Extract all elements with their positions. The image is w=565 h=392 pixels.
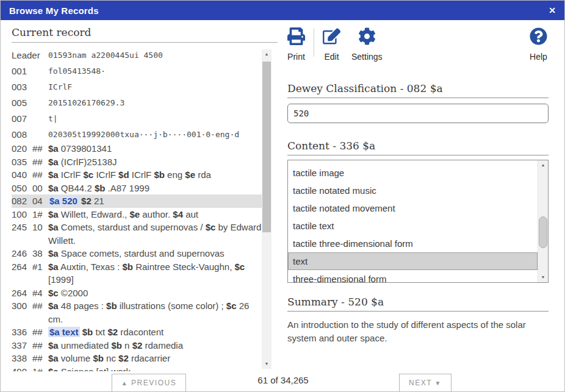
marc-control-row[interactable]: 007t| <box>12 110 262 126</box>
marc-subfield: $b txt <box>82 327 106 337</box>
current-record-heading: Current record <box>12 26 278 43</box>
down-arrow-icon: ▼ <box>435 380 442 387</box>
settings-button[interactable]: Settings <box>351 27 383 62</box>
marc-value: ICrlF <box>48 82 262 91</box>
marc-subfield-highlighted: $a 520 <box>48 196 79 206</box>
list-item[interactable]: tactile notated music <box>288 182 538 199</box>
close-icon[interactable]: ✕ <box>549 5 556 15</box>
marc-control-row[interactable]: Leader01593nam a2200445ui 4500 <box>12 47 262 63</box>
marc-scrollbar[interactable]: ▲ ▼ <box>262 49 272 369</box>
print-button[interactable]: Print <box>287 27 305 62</box>
subfield-code: $b <box>154 169 165 180</box>
marc-data-row[interactable]: 24510$a Comets, stardust and supernovas … <box>12 221 262 247</box>
marc-control-row[interactable]: 001fol05413548· <box>12 63 262 79</box>
list-item[interactable]: tactile three-dimensional form <box>288 235 538 252</box>
marc-data-row[interactable]: 08204$a 520 $2 21 <box>12 194 262 208</box>
marc-control-row[interactable]: 003ICrlF <box>12 79 262 94</box>
list-item-selected[interactable]: text <box>288 252 538 270</box>
marc-tag: 035 <box>12 155 32 169</box>
listbox-scrollbar-thumb[interactable] <box>539 216 547 248</box>
list-item[interactable]: tactile image <box>288 164 538 182</box>
marc-subfield: $b .A87 1999 <box>95 183 149 193</box>
listbox-scroll-down-icon[interactable]: ▼ <box>538 273 548 282</box>
help-button[interactable]: Help <box>530 27 547 62</box>
marc-subfields: $a 0739801341 <box>48 142 262 155</box>
marc-control-row[interactable]: 008020305t19992000txua···j·b····001·0·en… <box>12 126 262 142</box>
marc-indicators: 38 <box>32 247 48 260</box>
marc-tag: 264 <box>12 287 32 300</box>
previous-label: PREVIOUS <box>131 379 176 387</box>
marc-value: fol05413548· <box>48 66 262 76</box>
list-item[interactable]: still image <box>288 160 538 164</box>
marc-data-row[interactable]: 4901#$a Science [at] work <box>12 365 262 372</box>
marc-tag: 338 <box>12 352 32 365</box>
next-button[interactable]: NEXT ▼ <box>399 374 452 392</box>
content-listbox[interactable]: still imagetactile imagetactile notated … <box>287 160 549 283</box>
subfield-code: $a <box>48 209 59 219</box>
marc-data-row[interactable]: 264#4$c ©2000 <box>12 287 262 300</box>
marc-indicators: 04 <box>32 194 48 208</box>
list-item[interactable]: three-dimensional form <box>288 270 538 283</box>
marc-data-row[interactable]: 24638$a Space comets, stardust and super… <box>12 247 262 260</box>
marc-data-row[interactable]: 336##$a text $b txt $2 rdacontent <box>12 326 262 339</box>
record-count: 61 of 34,265 <box>257 375 308 385</box>
marc-subfields: $a unmediated $b n $2 rdamedia <box>48 339 262 352</box>
marc-subfields: $a Space comets, stardust and supernovas <box>48 247 262 260</box>
dewey-input[interactable] <box>287 104 549 123</box>
marc-subfield: $d ICrlF <box>118 169 151 180</box>
scroll-up-icon[interactable]: ▲ <box>262 49 272 59</box>
marc-subfield: $a 48 pages : <box>48 301 104 311</box>
marc-data-row[interactable]: 040##$a ICrlF $c ICrlF $d ICrlF $b eng $… <box>12 168 262 182</box>
data-fields: 020##$a 0739801341035##$a (ICrlF)25138J0… <box>12 142 262 371</box>
dewey-section: Dewey Classification - 082 $a <box>287 82 549 123</box>
marc-tag: 100 <box>12 208 32 221</box>
marc-subfield: $4 aut <box>173 209 198 219</box>
help-label: Help <box>530 52 547 62</box>
edit-button[interactable]: Edit <box>323 27 340 62</box>
subfield-code: $b <box>95 183 106 193</box>
marc-tag: 246 <box>12 247 32 260</box>
marc-tag: 337 <box>12 339 32 352</box>
marc-data-row[interactable]: 338##$a volume $b nc $2 rdacarrier <box>12 352 262 365</box>
marc-subfield: $a 0739801341 <box>48 143 112 154</box>
marc-scrollbar-thumb[interactable] <box>262 62 271 232</box>
marc-tag: 050 <box>12 182 32 195</box>
marc-data-row[interactable]: 035##$a (ICrlF)25138J <box>12 155 262 169</box>
marc-value: 01593nam a2200445ui 4500 <box>48 51 262 60</box>
marc-data-row[interactable]: 264#1$a Auxtin, Texas : $b Raintree Stec… <box>12 260 262 287</box>
subfield-code: $b <box>82 327 93 337</box>
marc-indicators: 00 <box>32 182 48 195</box>
marc-tag: 003 <box>12 82 48 92</box>
scroll-down-icon[interactable]: ▼ <box>262 359 272 369</box>
next-label: NEXT <box>409 379 432 387</box>
marc-data-row[interactable]: 300##$a 48 pages : $b illustrations (som… <box>12 299 262 326</box>
marc-subfield: $a Science [at] work <box>48 366 131 372</box>
subfield-code: $c <box>206 222 216 232</box>
previous-button[interactable]: ▲ PREVIOUS <box>112 374 186 392</box>
marc-subfields: $a Science [at] work <box>48 365 262 372</box>
dewey-heading: Dewey Classification - 082 $a <box>287 82 549 98</box>
subfield-code: $2 <box>132 340 143 351</box>
subfield-code: $a <box>48 353 59 363</box>
subfield-code: $a <box>48 262 59 272</box>
summary-section: Summary - 520 $a An introduction to the … <box>287 296 549 345</box>
list-item[interactable]: tactile text <box>288 217 538 235</box>
gear-icon <box>358 27 376 48</box>
subfield-code: $a <box>48 169 59 180</box>
marc-tag: 020 <box>12 142 32 155</box>
marc-data-row[interactable]: 1001#$a Willett, Edward., $e author. $4 … <box>12 208 262 221</box>
list-item[interactable]: tactile notated movement <box>288 199 538 217</box>
marc-data-row[interactable]: 020##$a 0739801341 <box>12 142 262 155</box>
marc-subfield: $a ICrlF <box>48 169 81 180</box>
marc-indicators: ## <box>32 352 48 365</box>
marc-data-row[interactable]: 337##$a unmediated $b n $2 rdamedia <box>12 339 262 352</box>
listbox-scrollbar[interactable]: ▲ ▼ <box>538 160 548 282</box>
marc-tag: 001 <box>12 66 48 76</box>
listbox-scroll-up-icon[interactable]: ▲ <box>538 160 548 170</box>
marc-data-row[interactable]: 05000$a QB44.2 $b .A87 1999 <box>12 182 262 195</box>
marc-control-row[interactable]: 00520151026170629.3 <box>12 94 262 110</box>
browse-my-records-dialog: Browse My Records ✕ Current record Leade… <box>0 0 565 392</box>
marc-indicators: ## <box>32 326 48 339</box>
marc-tag: 245 <box>12 221 32 247</box>
marc-subfields: $a text $b txt $2 rdacontent <box>48 326 262 339</box>
